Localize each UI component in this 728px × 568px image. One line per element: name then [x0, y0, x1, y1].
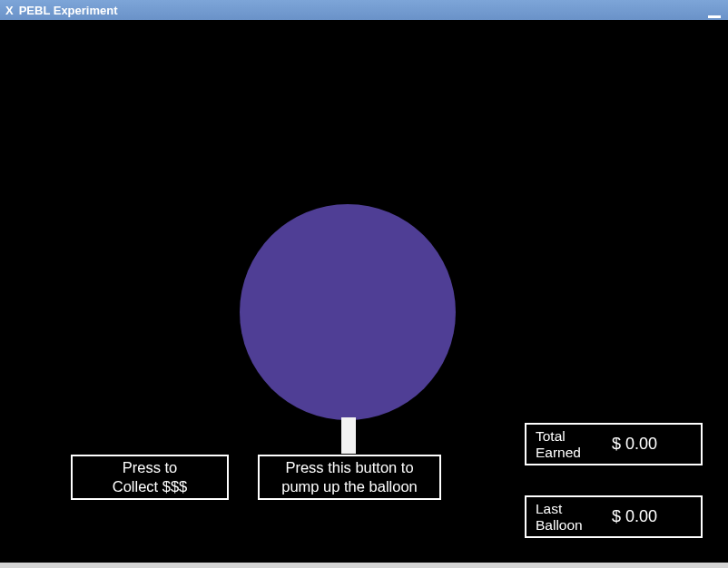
collect-button-label: Press toCollect $$$	[113, 458, 188, 497]
close-icon[interactable]: X	[5, 4, 14, 17]
window-title: PEBL Experiment	[19, 4, 723, 17]
balloon-stem	[341, 417, 356, 454]
window-bottom-border	[0, 563, 728, 568]
last-balloon-box: LastBalloon $ 0.00	[525, 495, 703, 538]
last-balloon-label: LastBalloon	[536, 501, 605, 534]
collect-button[interactable]: Press toCollect $$$	[71, 455, 229, 500]
experiment-canvas: Press toCollect $$$ Press this button to…	[0, 20, 728, 563]
minimize-icon[interactable]	[708, 15, 721, 18]
total-earned-label: TotalEarned	[536, 428, 605, 461]
pump-button[interactable]: Press this button topump up the balloon	[258, 455, 441, 500]
pump-button-label: Press this button topump up the balloon	[281, 458, 418, 497]
last-balloon-value: $ 0.00	[612, 507, 657, 526]
window-titlebar: X PEBL Experiment	[0, 0, 728, 20]
total-earned-value: $ 0.00	[612, 435, 657, 454]
total-earned-box: TotalEarned $ 0.00	[525, 423, 703, 465]
balloon	[240, 204, 456, 420]
